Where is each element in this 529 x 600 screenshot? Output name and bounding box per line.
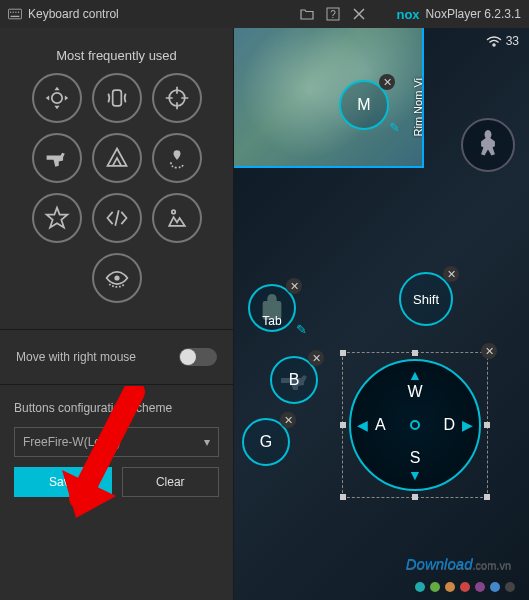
theme-dot[interactable] — [460, 582, 470, 592]
close-icon[interactable] — [349, 4, 369, 24]
wifi-signal-value: 33 — [506, 34, 519, 48]
app-name: NoxPlayer 6.2.3.1 — [426, 7, 521, 21]
theme-dot[interactable] — [430, 582, 440, 592]
theme-dot[interactable] — [445, 582, 455, 592]
resize-handle[interactable] — [412, 350, 418, 356]
frequently-used-header: Most frequently used — [14, 48, 219, 63]
svg-point-8 — [51, 93, 61, 103]
svg-point-3 — [13, 12, 14, 13]
resize-handle[interactable] — [412, 494, 418, 500]
key-label: M — [357, 96, 370, 114]
arrow-right-icon: ▶ — [462, 417, 473, 433]
save-button[interactable]: Save — [14, 467, 112, 497]
wifi-indicator: 33 — [486, 34, 519, 48]
remove-key-icon[interactable]: ✕ — [280, 412, 296, 428]
resize-handle[interactable] — [340, 350, 346, 356]
arrow-down-icon: ▼ — [408, 467, 422, 483]
map-region-label: Rim Nom Vi — [412, 78, 424, 136]
game-preview: Rim Nom Vi 33 M ✕ ✎ Tab ✕ ✎ Shift ✕ — [234, 28, 529, 600]
keybind-b[interactable]: B ✕ — [270, 356, 318, 404]
svg-point-11 — [114, 275, 119, 280]
macro-tool[interactable] — [92, 133, 142, 183]
dpad-key-up: W — [407, 383, 422, 401]
remove-key-icon[interactable]: ✕ — [481, 343, 497, 359]
arrow-left-icon: ◀ — [357, 417, 368, 433]
remove-key-icon[interactable]: ✕ — [443, 266, 459, 282]
svg-point-5 — [18, 12, 19, 13]
vision-tool[interactable] — [92, 253, 142, 303]
watermark: Download.com.vn — [406, 555, 511, 572]
move-mouse-label: Move with right mouse — [16, 350, 136, 364]
path-tool[interactable] — [152, 133, 202, 183]
keyboard-icon — [8, 7, 22, 21]
theme-dots — [415, 582, 515, 592]
dpad-center — [410, 420, 420, 430]
svg-rect-1 — [11, 16, 20, 17]
scenery-tool[interactable] — [152, 193, 202, 243]
key-label: Shift — [413, 292, 439, 307]
resize-handle[interactable] — [484, 494, 490, 500]
resize-handle[interactable] — [484, 422, 490, 428]
key-label: B — [289, 371, 300, 389]
star-tool[interactable] — [32, 193, 82, 243]
player-silhouette-icon — [461, 118, 515, 172]
chevron-down-icon: ▾ — [204, 435, 210, 449]
minimap: Rim Nom Vi — [234, 28, 424, 168]
wifi-icon — [486, 35, 502, 47]
nox-logo: nox — [396, 7, 419, 22]
remove-key-icon[interactable]: ✕ — [379, 74, 395, 90]
remove-key-icon[interactable]: ✕ — [308, 350, 324, 366]
remove-key-icon[interactable]: ✕ — [286, 278, 302, 294]
key-label: Tab — [262, 314, 281, 328]
svg-rect-0 — [8, 9, 21, 19]
clear-button[interactable]: Clear — [122, 467, 220, 497]
resize-handle[interactable] — [340, 422, 346, 428]
scheme-value: FreeFire-W(Local) — [23, 435, 120, 449]
edit-key-icon[interactable]: ✎ — [389, 120, 403, 134]
sight-tool[interactable] — [152, 73, 202, 123]
theme-dot[interactable] — [490, 582, 500, 592]
dpad-control[interactable]: ✕ ▲ ▼ ◀ ▶ W S A D — [342, 352, 488, 498]
tilt-tool[interactable] — [92, 73, 142, 123]
svg-point-4 — [15, 12, 16, 13]
dpad-key-left: A — [375, 416, 386, 434]
keybind-tab[interactable]: Tab ✕ ✎ — [248, 284, 296, 332]
script-tool[interactable] — [92, 193, 142, 243]
keybind-m[interactable]: M ✕ ✎ — [339, 80, 389, 130]
keybind-shift[interactable]: Shift ✕ — [399, 272, 453, 326]
theme-dot[interactable] — [505, 582, 515, 592]
window-title: Keyboard control — [28, 7, 119, 21]
dpad-tool[interactable] — [32, 73, 82, 123]
svg-text:?: ? — [331, 9, 337, 20]
open-folder-icon[interactable] — [297, 4, 317, 24]
scheme-label: Buttons configuration scheme — [14, 401, 219, 415]
edit-key-icon[interactable]: ✎ — [296, 322, 310, 336]
move-mouse-toggle[interactable] — [179, 348, 217, 366]
dpad-key-right: D — [443, 416, 455, 434]
key-label: G — [260, 433, 272, 451]
arrow-up-icon: ▲ — [408, 367, 422, 383]
controls-panel: Most frequently used Move with right mou… — [0, 28, 234, 600]
keybind-g[interactable]: G ✕ — [242, 418, 290, 466]
svg-rect-9 — [112, 90, 121, 106]
resize-handle[interactable] — [340, 494, 346, 500]
help-icon[interactable]: ? — [323, 4, 343, 24]
dpad-key-down: S — [410, 449, 421, 467]
shoot-tool[interactable] — [32, 133, 82, 183]
svg-point-2 — [10, 12, 11, 13]
scheme-dropdown[interactable]: FreeFire-W(Local) ▾ — [14, 427, 219, 457]
theme-dot[interactable] — [475, 582, 485, 592]
theme-dot[interactable] — [415, 582, 425, 592]
